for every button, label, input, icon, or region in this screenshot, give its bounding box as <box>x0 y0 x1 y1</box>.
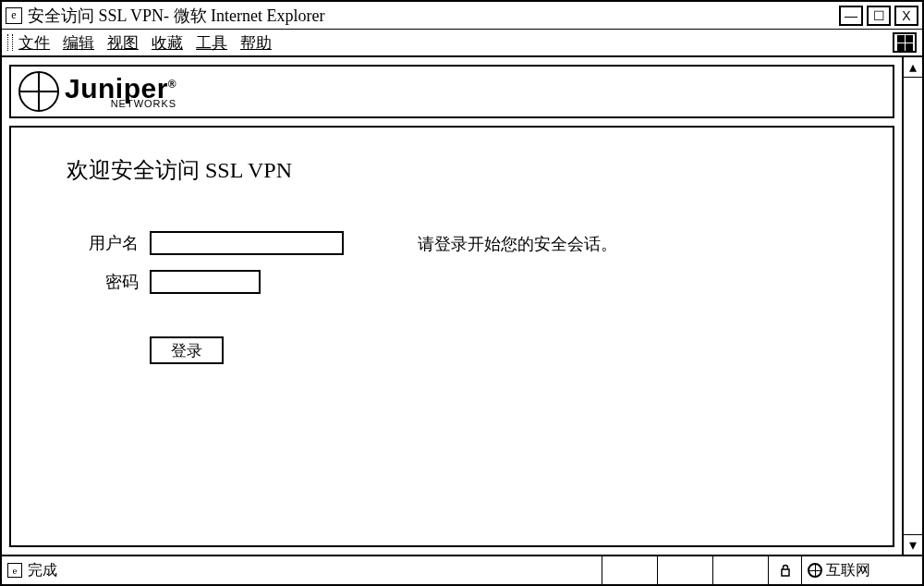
ie-icon: e <box>6 7 22 24</box>
scroll-down-arrow-icon[interactable]: ▾ <box>904 534 922 555</box>
username-input[interactable] <box>150 231 344 255</box>
brand-subtitle: NETWORKS <box>111 99 177 109</box>
password-label: 密码 <box>67 271 150 293</box>
status-text: 完成 <box>28 561 57 580</box>
vertical-scrollbar[interactable]: ▴ ▾ <box>902 57 922 555</box>
status-segment-3 <box>713 556 769 584</box>
menu-tools[interactable]: 工具 <box>196 32 227 54</box>
menu-help[interactable]: 帮助 <box>240 32 272 54</box>
maximize-button[interactable]: ☐ <box>867 6 891 26</box>
globe-icon <box>808 563 822 578</box>
registered-mark: ® <box>168 78 176 91</box>
welcome-heading: 欢迎安全访问 SSL VPN <box>67 155 874 185</box>
username-label: 用户名 <box>67 232 150 254</box>
ie-status-icon: e <box>7 563 22 578</box>
windows-logo-icon <box>893 32 917 53</box>
login-hint: 请登录开始您的安全会话。 <box>418 231 617 255</box>
login-button[interactable]: 登录 <box>150 336 224 364</box>
menu-edit[interactable]: 编辑 <box>63 32 94 54</box>
zone-text: 互联网 <box>826 561 870 580</box>
window-controls: — ☐ X <box>839 6 918 26</box>
status-message-cell: e 完成 <box>2 556 602 584</box>
scroll-up-arrow-icon[interactable]: ▴ <box>904 57 922 78</box>
browser-window: e 安全访问 SSL VPN- 微软 Internet Explorer — ☐… <box>0 0 924 586</box>
close-button[interactable]: X <box>894 6 918 26</box>
password-input[interactable] <box>150 270 261 294</box>
minimize-button[interactable]: — <box>839 6 863 26</box>
login-panel: 欢迎安全访问 SSL VPN 用户名 密码 登录 请登录开始您的安全会话。 <box>9 126 894 547</box>
form-area: 用户名 密码 登录 请登录开始您的安全会话。 <box>67 231 874 364</box>
login-form: 用户名 密码 登录 <box>67 231 344 364</box>
brand-text: Juniper® NETWORKS <box>65 75 176 109</box>
menubar: 文件 编辑 视图 收藏 工具 帮助 <box>2 30 922 57</box>
titlebar: e 安全访问 SSL VPN- 微软 Internet Explorer — ☐… <box>2 2 922 30</box>
toolbar-grip <box>7 34 13 51</box>
status-segment-1 <box>602 556 658 584</box>
menu-file[interactable]: 文件 <box>18 32 50 54</box>
page-viewport: Juniper® NETWORKS 欢迎安全访问 SSL VPN 用户名 密码 … <box>2 57 902 555</box>
statusbar: e 完成 互联网 <box>2 556 922 584</box>
security-lock-cell <box>769 556 802 584</box>
status-segment-2 <box>658 556 713 584</box>
juniper-logo-icon <box>18 71 59 112</box>
lock-icon <box>779 564 792 577</box>
window-title: 安全访问 SSL VPN- 微软 Internet Explorer <box>28 5 839 27</box>
menu-view[interactable]: 视图 <box>107 32 139 54</box>
security-zone-cell: 互联网 <box>802 556 922 584</box>
menu-favorites[interactable]: 收藏 <box>152 32 183 54</box>
brand-header: Juniper® NETWORKS <box>9 65 894 118</box>
content-area: Juniper® NETWORKS 欢迎安全访问 SSL VPN 用户名 密码 … <box>2 57 922 556</box>
svg-rect-0 <box>782 569 789 576</box>
